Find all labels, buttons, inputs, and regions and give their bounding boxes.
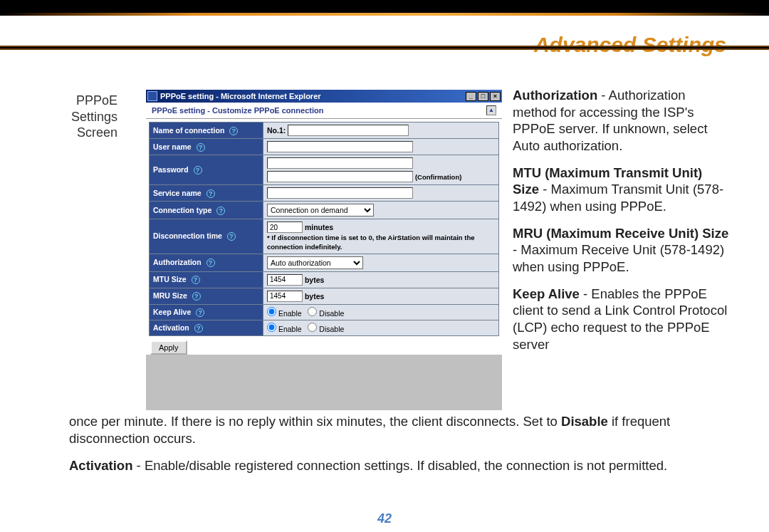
paragraph-keepalive: Keep Alive - Enables the PPPoE client to… <box>513 286 730 353</box>
term: Disable <box>561 414 608 429</box>
ie-subtitle-bar: PPPoE setting - Customize PPPoE connecti… <box>146 103 502 119</box>
password-confirm-input[interactable] <box>267 171 413 182</box>
help-icon[interactable]: ? <box>196 308 204 317</box>
row-label: Service name <box>153 189 202 197</box>
row-label: Activation <box>153 323 189 332</box>
figure-caption: PPPoE Settings Screen <box>39 93 117 141</box>
activation-disable-option[interactable]: Disable <box>308 325 344 333</box>
bytes-label: bytes <box>305 275 324 283</box>
radio-input[interactable] <box>267 323 276 332</box>
row-label: MTU Size <box>153 275 187 283</box>
paragraph-activation: Activation - Enable/disable registered c… <box>69 457 706 474</box>
mru-input[interactable] <box>267 291 303 302</box>
caption-line: PPPoE <box>39 93 117 109</box>
paragraph-authorization: Authorization - Authorization method for… <box>513 87 730 155</box>
help-icon[interactable]: ? <box>194 166 202 174</box>
top-black-band <box>0 0 769 13</box>
term: Activation <box>69 458 132 473</box>
page-number: 42 <box>0 511 769 526</box>
maximize-button[interactable]: □ <box>478 92 488 101</box>
connection-type-select[interactable]: Connection on demand <box>267 204 374 217</box>
keepalive-disable-option[interactable]: Disable <box>308 309 344 318</box>
apply-button[interactable]: Apply <box>150 340 187 355</box>
page-title: Advanced Settings <box>534 33 726 57</box>
settings-table: Name of connection ? No.1: User name ? P… <box>149 122 499 336</box>
caption-line: Settings <box>39 109 117 125</box>
scroll-up-icon[interactable]: ▲ <box>486 105 496 115</box>
row-label: Disconnection time <box>153 231 222 240</box>
ie-titlebar[interactable]: PPPoE setting - Microsoft Internet Explo… <box>146 90 502 103</box>
help-icon[interactable]: ? <box>192 276 200 284</box>
row-label: Connection type <box>153 206 211 214</box>
keepalive-enable-option[interactable]: Enable <box>267 309 304 318</box>
ie-window: PPPoE setting - Microsoft Internet Explo… <box>146 90 502 410</box>
right-text-column: Authorization - Authorization method for… <box>513 87 730 363</box>
confirmation-label: (Confirmation) <box>415 173 461 181</box>
radio-input[interactable] <box>308 307 317 316</box>
body-text-below: once per minute. If there is no reply wi… <box>69 413 706 484</box>
row-label: MRU Size <box>153 291 187 300</box>
minutes-label: minutes <box>305 223 333 231</box>
service-name-input[interactable] <box>267 187 413 199</box>
help-icon[interactable]: ? <box>194 324 203 333</box>
radio-input[interactable] <box>308 323 317 332</box>
paragraph-mtu: MTU (Maximum Transmit Unit) Size - Maxim… <box>513 165 730 215</box>
radio-input[interactable] <box>267 307 276 316</box>
title-band: Advanced Settings <box>0 16 769 46</box>
caption-line: Screen <box>39 125 117 141</box>
help-icon[interactable]: ? <box>206 259 215 267</box>
connection-name-input[interactable] <box>288 125 409 136</box>
ie-app-icon <box>147 91 157 101</box>
radio-label: Disable <box>319 309 344 318</box>
conn-no-prefix: No.1: <box>267 126 286 135</box>
ie-title-text: PPPoE setting - Microsoft Internet Explo… <box>160 92 321 100</box>
help-icon[interactable]: ? <box>229 127 238 135</box>
text: once per minute. If there is no reply wi… <box>69 414 561 429</box>
paragraph-keepalive-cont: once per minute. If there is no reply wi… <box>69 413 706 447</box>
term: MRU (Maximum Receive Unit) Size <box>513 226 728 241</box>
minimize-button[interactable]: _ <box>466 92 476 101</box>
activation-enable-option[interactable]: Enable <box>267 325 304 333</box>
password-input[interactable] <box>267 157 413 169</box>
mtu-input[interactable] <box>267 274 303 286</box>
ie-subtitle-text: PPPoE setting - Customize PPPoE connecti… <box>152 106 323 115</box>
desc: - Maximum Transmit Unit (578-1492) when … <box>513 182 723 214</box>
desc: - Maximum Receive Unit (578-1492) when u… <box>513 242 724 274</box>
help-icon[interactable]: ? <box>206 189 215 198</box>
radio-label: Disable <box>319 325 344 333</box>
desc: - Enable/disable registered connection s… <box>132 458 667 473</box>
paragraph-mru: MRU (Maximum Receive Unit) Size - Maximu… <box>513 225 730 276</box>
row-label: User name <box>153 142 192 151</box>
help-icon[interactable]: ? <box>216 207 225 215</box>
ie-form-body: Name of connection ? No.1: User name ? P… <box>146 119 502 355</box>
disconnection-time-input[interactable] <box>267 221 303 233</box>
row-label: Name of connection <box>153 126 224 135</box>
radio-label: Enable <box>278 325 302 333</box>
row-label: Authorization <box>153 258 202 266</box>
help-icon[interactable]: ? <box>227 232 236 241</box>
row-label: Password <box>153 165 189 174</box>
term: Authorization <box>513 88 597 103</box>
disconnection-note: * If disconnection time is set to 0, the… <box>267 234 475 251</box>
row-label: Keep Alive <box>153 308 191 316</box>
radio-label: Enable <box>278 309 302 318</box>
term: Keep Alive <box>513 286 580 301</box>
close-button[interactable]: × <box>490 92 501 101</box>
second-band <box>0 46 769 50</box>
help-icon[interactable]: ? <box>192 292 201 301</box>
username-input[interactable] <box>267 141 413 152</box>
authorization-select[interactable]: Auto authorization <box>267 256 363 269</box>
bytes-label: bytes <box>305 291 324 300</box>
help-icon[interactable]: ? <box>197 143 205 152</box>
